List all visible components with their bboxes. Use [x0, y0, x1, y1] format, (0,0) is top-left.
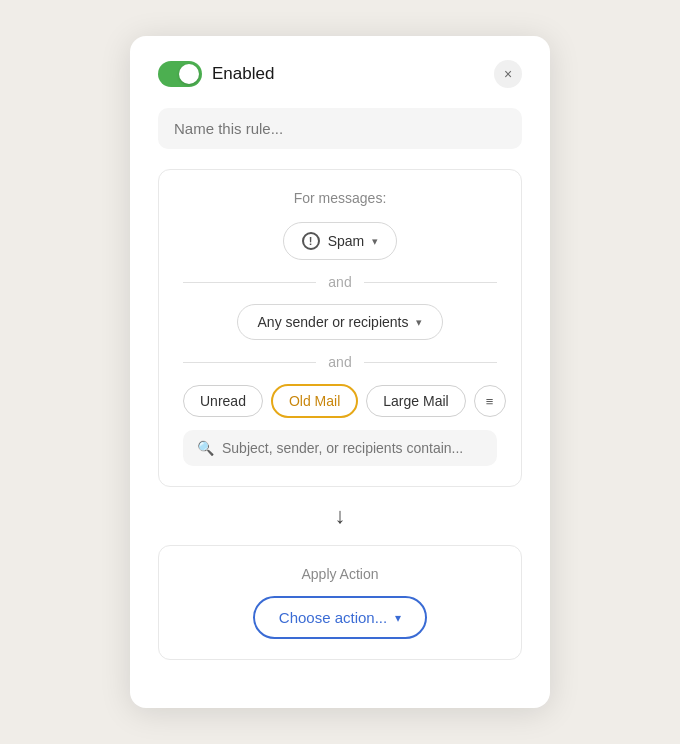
spam-icon: ! — [302, 232, 320, 250]
rule-modal: Enabled × For messages: ! Spam ▾ and Any… — [130, 36, 550, 708]
spam-chevron-icon: ▾ — [372, 235, 378, 248]
filter-chips-row: Unread Old Mail Large Mail ≡ — [183, 384, 497, 418]
and-divider-1: and — [183, 274, 497, 290]
chip-unread[interactable]: Unread — [183, 385, 263, 417]
header-left: Enabled — [158, 61, 274, 87]
and-label-1: and — [328, 274, 351, 290]
search-input[interactable] — [222, 440, 483, 456]
and-label-2: and — [328, 354, 351, 370]
recipients-chevron-icon: ▾ — [416, 316, 422, 329]
search-icon: 🔍 — [197, 440, 214, 456]
enabled-toggle[interactable] — [158, 61, 202, 87]
messages-section-label: For messages: — [183, 190, 497, 206]
rule-name-input[interactable] — [158, 108, 522, 149]
toggle-label: Enabled — [212, 64, 274, 84]
recipients-label: Any sender or recipients — [258, 314, 409, 330]
arrow-down-section: ↓ — [158, 503, 522, 529]
messages-section-box: For messages: ! Spam ▾ and Any sender or… — [158, 169, 522, 487]
close-button[interactable]: × — [494, 60, 522, 88]
recipients-dropdown[interactable]: Any sender or recipients ▾ — [237, 304, 444, 340]
chip-large-mail[interactable]: Large Mail — [366, 385, 465, 417]
spam-dropdown[interactable]: ! Spam ▾ — [283, 222, 398, 260]
arrow-down-icon: ↓ — [335, 503, 346, 529]
and-divider-2: and — [183, 354, 497, 370]
modal-header: Enabled × — [158, 60, 522, 88]
choose-action-button[interactable]: Choose action... ▾ — [253, 596, 427, 639]
list-icon: ≡ — [486, 394, 494, 409]
spam-label: Spam — [328, 233, 365, 249]
filter-list-icon-button[interactable]: ≡ — [474, 385, 506, 417]
apply-action-section: Apply Action Choose action... ▾ — [158, 545, 522, 660]
choose-action-chevron-icon: ▾ — [395, 611, 401, 625]
search-input-wrapper: 🔍 — [183, 430, 497, 466]
apply-action-label: Apply Action — [183, 566, 497, 582]
choose-action-label: Choose action... — [279, 609, 387, 626]
chip-old-mail[interactable]: Old Mail — [271, 384, 358, 418]
